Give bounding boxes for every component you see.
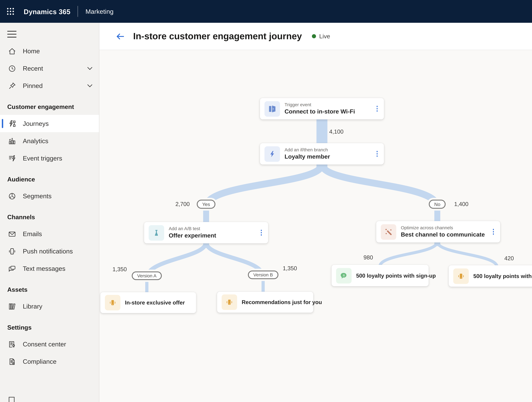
clock-icon — [7, 64, 17, 73]
more-options-icon[interactable] — [491, 227, 496, 236]
sidebar-item-label: Push notifications — [23, 247, 73, 255]
branch-pill-version-a[interactable]: Version A — [132, 271, 162, 280]
waffle-menu-icon[interactable] — [6, 6, 15, 16]
text-messages-icon — [7, 264, 17, 273]
edge-count-label: 1,400 — [454, 201, 469, 207]
sidebar-item-text-messages[interactable]: Text messages — [0, 260, 99, 277]
node-kind: Add an if/then branch — [285, 147, 330, 153]
sidebar-item-pinned[interactable]: Pinned — [0, 77, 99, 94]
journey-canvas[interactable]: Trigger event Connect to in-store Wi-Fi … — [99, 50, 532, 402]
journeys-icon — [7, 119, 17, 128]
edge-count-label: 2,700 — [168, 201, 190, 207]
node-recommendations[interactable]: Recommendations just for you — [217, 292, 313, 313]
home-icon — [7, 46, 17, 56]
push-message-icon — [453, 268, 469, 284]
event-triggers-icon — [7, 154, 17, 163]
node-optimize[interactable]: Optimize across channels Best channel to… — [376, 221, 500, 243]
hamburger-menu-icon[interactable] — [7, 31, 17, 38]
push-message-icon — [105, 295, 120, 310]
ifthen-bolt-icon — [265, 146, 280, 162]
node-kind: Trigger event — [285, 102, 355, 107]
cutoff-icon — [7, 396, 16, 402]
sidebar-item-label: Journeys — [23, 120, 49, 127]
sidebar-item-label: Compliance — [23, 358, 57, 365]
sidebar-item-library[interactable]: Library — [0, 298, 99, 315]
consent-center-icon — [7, 339, 17, 349]
node-title: 500 loyalty points with sign-up — [473, 272, 532, 280]
sidebar-item-label: Recent — [23, 65, 43, 72]
top-navigation-bar: Dynamics 365 Marketing — [0, 0, 532, 23]
sidebar-item-journeys[interactable]: Journeys — [0, 115, 99, 132]
sidebar-item-label: Analytics — [23, 137, 48, 144]
sidebar-group-header: Settings — [0, 324, 99, 331]
sidebar-nav: Home Recent Pinned Customer engagement — [0, 23, 99, 402]
topbar-divider — [78, 6, 78, 17]
sidebar-item-recent[interactable]: Recent — [0, 60, 99, 77]
sidebar-item-segments[interactable]: Segments — [0, 187, 99, 205]
edge-count-label: 4,100 — [329, 129, 343, 135]
edge-count-label: 420 — [504, 255, 514, 262]
page-title: In-store customer engagement journey — [133, 31, 302, 42]
branch-pill-no[interactable]: No — [429, 200, 446, 209]
trigger-door-icon — [265, 101, 280, 116]
sidebar-item-label: Segments — [23, 192, 51, 200]
node-abtest[interactable]: Add an A/B test Offer experiment — [144, 222, 268, 243]
sidebar-item-label: Text messages — [23, 265, 65, 272]
sidebar-item-home[interactable]: Home — [0, 42, 99, 60]
sidebar-item-label: Consent center — [23, 340, 66, 348]
sidebar-item-analytics[interactable]: Analytics — [0, 132, 99, 150]
back-arrow-icon[interactable] — [115, 31, 126, 42]
more-options-icon[interactable] — [375, 104, 380, 113]
live-dot-icon — [312, 34, 316, 38]
sidebar-item-label: Pinned — [23, 82, 43, 89]
node-kind: Optimize across channels — [401, 225, 485, 231]
sidebar-item-emails[interactable]: Emails — [0, 225, 99, 243]
page-header: In-store customer engagement journey Liv… — [99, 23, 532, 50]
node-title: Best channel to communicate — [401, 231, 485, 239]
node-title: 500 loyalty points with sign-up — [356, 272, 424, 279]
sidebar-item-cutoff[interactable] — [7, 396, 22, 402]
optimize-wand-icon — [381, 224, 396, 239]
node-kind: Add an A/B test — [169, 226, 216, 232]
segments-icon — [7, 191, 17, 201]
status-badge: Live — [312, 33, 330, 40]
more-options-icon[interactable] — [375, 149, 380, 159]
sidebar-group-header: Channels — [0, 214, 99, 220]
sidebar-item-compliance[interactable]: Compliance — [0, 353, 99, 370]
sidebar-item-consent-center[interactable]: Consent center — [0, 335, 99, 353]
chevron-down-icon[interactable] — [87, 84, 93, 88]
node-title: In-store exclusive offer — [125, 299, 185, 306]
more-options-icon[interactable] — [259, 228, 264, 237]
pin-icon — [7, 81, 17, 90]
node-trigger[interactable]: Trigger event Connect to in-store Wi-Fi — [260, 98, 384, 119]
edge-count-label: 1,350 — [283, 265, 297, 272]
email-icon — [7, 229, 17, 239]
branch-pill-version-b[interactable]: Version B — [248, 270, 278, 279]
sidebar-item-label: Home — [23, 47, 40, 55]
node-title: Offer experiment — [169, 232, 216, 239]
edge-count-label: 1,350 — [106, 266, 127, 273]
sidebar-group-header: Customer engagement — [0, 103, 99, 110]
compliance-icon — [7, 357, 17, 366]
node-ifthen[interactable]: Add an if/then branch Loyalty member — [260, 143, 384, 164]
live-label: Live — [319, 33, 330, 40]
sidebar-item-label: Emails — [23, 230, 42, 238]
sidebar-group-header: Audience — [0, 176, 99, 183]
node-title: Connect to in-store Wi-Fi — [285, 108, 355, 115]
app-title: Dynamics 365 — [24, 7, 70, 15]
sidebar-item-label: Library — [23, 303, 42, 310]
node-loyalty-sms[interactable]: 500 loyalty points with sign-up — [332, 265, 429, 286]
push-notification-icon — [7, 247, 17, 256]
chevron-down-icon[interactable] — [87, 67, 93, 70]
analytics-icon — [7, 136, 17, 145]
sidebar-group-header: Assets — [0, 286, 99, 293]
node-loyalty-push[interactable]: 500 loyalty points with sign-up — [449, 265, 532, 287]
branch-pill-yes[interactable]: Yes — [197, 200, 215, 209]
edge-count-label: 980 — [355, 254, 373, 261]
abtest-flask-icon — [149, 225, 164, 240]
node-title: Loyalty member — [285, 153, 330, 160]
sidebar-item-event-triggers[interactable]: Event triggers — [0, 150, 99, 167]
sidebar-item-push-notifications[interactable]: Push notifications — [0, 243, 99, 260]
node-instore-offer[interactable]: In-store exclusive offer — [100, 292, 196, 313]
node-title: Recommendations just for you — [242, 299, 309, 306]
